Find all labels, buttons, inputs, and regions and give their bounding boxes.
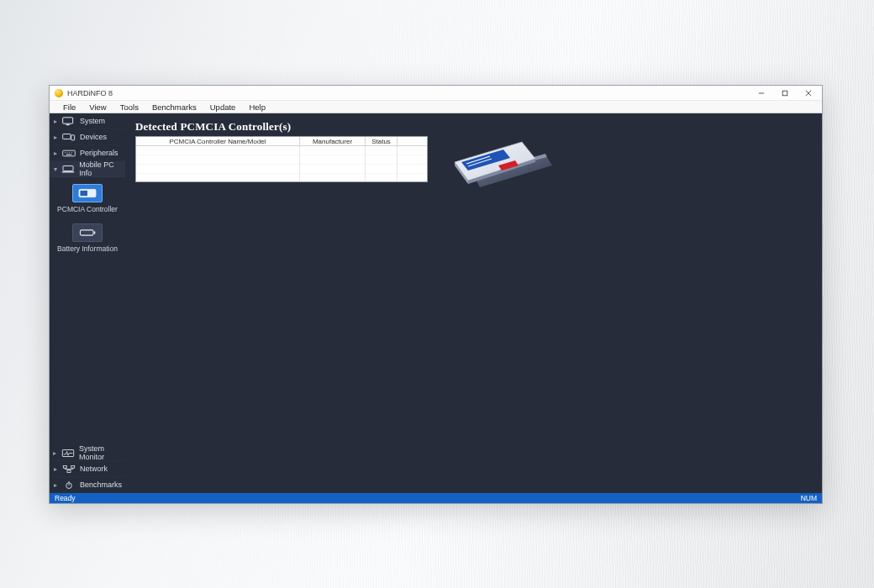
sidebar-item-system-monitor[interactable]: ▸ System Monitor <box>50 445 125 461</box>
svg-rect-4 <box>63 117 73 123</box>
sidebar-item-devices[interactable]: ▸ Devices <box>50 129 125 145</box>
chevron-down-icon: ▾ <box>53 165 57 173</box>
sidebar-item-network[interactable]: ▸ Network <box>50 461 125 477</box>
app-title: HARDiNFO 8 <box>67 89 113 97</box>
status-left: Ready <box>55 494 76 502</box>
sidebar-item-label: Mobile PC Info <box>79 160 122 177</box>
sidebar: ▸ System ▸ Devices ▸ <box>50 113 125 493</box>
svg-rect-1 <box>782 91 787 96</box>
svg-rect-21 <box>63 465 66 468</box>
svg-rect-26 <box>68 481 70 482</box>
menubar: File View Tools Benchmarks Update Help <box>50 101 822 113</box>
menu-file[interactable]: File <box>56 101 82 113</box>
maximize-icon <box>782 90 788 97</box>
table-header: PCMCIA Controller Name/Model Manufacture… <box>136 137 427 146</box>
svg-rect-19 <box>94 231 96 234</box>
chevron-right-icon: ▸ <box>53 134 58 141</box>
sidebar-item-benchmarks[interactable]: ▸ Benchmarks <box>50 477 125 493</box>
svg-rect-18 <box>80 230 93 235</box>
titlebar[interactable]: HARDiNFO 8 <box>50 86 822 101</box>
chevron-right-icon: ▸ <box>53 481 58 489</box>
laptop-icon <box>61 165 75 174</box>
statusbar: Ready NUM <box>50 493 822 503</box>
client-area: ▸ System ▸ Devices ▸ <box>50 113 822 493</box>
svg-rect-6 <box>63 134 71 139</box>
svg-point-11 <box>69 152 70 153</box>
close-icon <box>805 90 812 97</box>
content-pane: Detected PCMCIA Controller(s) PCMCIA Con… <box>125 113 822 493</box>
sidebar-item-label: Benchmarks <box>80 480 122 489</box>
svg-rect-8 <box>63 150 76 156</box>
sidebar-item-label: Network <box>80 465 108 473</box>
pcmcia-card-icon <box>72 184 103 202</box>
keyboard-icon <box>62 149 76 158</box>
sidebar-item-label: System Monitor <box>79 444 122 461</box>
sidebar-item-system[interactable]: ▸ System <box>50 113 125 129</box>
col-manufacturer[interactable]: Manufacturer <box>300 137 366 145</box>
menu-help[interactable]: Help <box>242 101 272 113</box>
monitor-icon <box>62 117 76 126</box>
pcmcia-card-illustration <box>445 129 558 196</box>
svg-rect-15 <box>62 171 75 172</box>
svg-rect-5 <box>66 123 70 124</box>
pcmcia-table[interactable]: PCMCIA Controller Name/Model Manufacture… <box>135 136 428 182</box>
menu-update[interactable]: Update <box>203 101 243 113</box>
minimize-icon <box>758 90 765 97</box>
svg-point-10 <box>66 152 67 153</box>
sidebar-item-label: System <box>80 117 105 125</box>
sidebar-item-mobile-pc-info[interactable]: ▾ Mobile PC Info <box>50 161 125 177</box>
sidebar-item-peripherals[interactable]: ▸ Peripherals <box>50 145 125 161</box>
chevron-right-icon: ▸ <box>53 150 58 157</box>
sidebar-item-label: Peripherals <box>80 149 118 157</box>
sidebar-sub-label: PCMCIA Controller <box>57 205 118 213</box>
menu-benchmarks[interactable]: Benchmarks <box>145 101 203 113</box>
col-spacer <box>398 137 427 145</box>
svg-point-9 <box>65 152 66 153</box>
status-right: NUM <box>801 494 817 502</box>
menu-tools[interactable]: Tools <box>113 101 145 113</box>
svg-point-12 <box>71 152 72 153</box>
svg-rect-7 <box>71 134 75 139</box>
close-button[interactable] <box>797 87 820 100</box>
svg-rect-17 <box>80 191 87 196</box>
app-window: HARDiNFO 8 File View Tools Benchmarks Up… <box>49 85 823 504</box>
chevron-right-icon: ▸ <box>53 465 58 473</box>
minimize-button[interactable] <box>750 87 773 100</box>
monitor-pulse-icon <box>61 449 75 458</box>
stopwatch-icon <box>62 480 76 490</box>
chevron-right-icon: ▸ <box>53 118 58 125</box>
devices-icon <box>62 133 76 142</box>
sidebar-sub-battery-information[interactable]: Battery Information <box>50 220 125 256</box>
maximize-button[interactable] <box>773 87 797 100</box>
sidebar-item-label: Devices <box>80 133 107 141</box>
app-icon <box>55 89 63 97</box>
svg-rect-23 <box>67 470 71 472</box>
sidebar-sub-pcmcia-controller[interactable]: PCMCIA Controller <box>50 181 125 217</box>
network-icon <box>62 465 76 474</box>
battery-icon <box>72 223 103 242</box>
svg-rect-14 <box>63 165 73 171</box>
sidebar-subitems: PCMCIA Controller Battery Information <box>50 177 125 261</box>
sidebar-sub-label: Battery Information <box>57 244 118 253</box>
menu-view[interactable]: View <box>82 101 113 113</box>
col-status[interactable]: Status <box>366 137 398 145</box>
panel-title: Detected PCMCIA Controller(s) <box>135 120 291 134</box>
svg-rect-13 <box>66 154 72 155</box>
chevron-right-icon: ▸ <box>53 449 57 457</box>
svg-rect-22 <box>71 465 75 468</box>
table-body <box>136 146 427 181</box>
col-name-model[interactable]: PCMCIA Controller Name/Model <box>136 137 300 145</box>
